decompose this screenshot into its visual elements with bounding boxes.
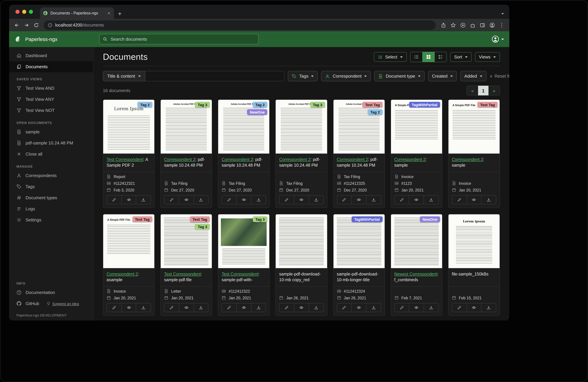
edit-button[interactable] bbox=[452, 303, 467, 312]
download-button[interactable] bbox=[481, 195, 496, 204]
download-button[interactable] bbox=[193, 303, 209, 312]
edit-button[interactable] bbox=[337, 303, 352, 312]
download-button[interactable] bbox=[481, 303, 496, 312]
correspondent-link[interactable]: Newest Correspondent bbox=[394, 272, 437, 277]
tag-badge[interactable]: Test Tag bbox=[362, 102, 382, 107]
tag-badge[interactable]: Tag 2 bbox=[368, 109, 383, 115]
correspondent-link[interactable]: Correspondent 2 bbox=[222, 157, 253, 162]
view-button[interactable] bbox=[409, 195, 424, 204]
detail-view-button[interactable] bbox=[434, 52, 447, 62]
view-button[interactable] bbox=[121, 195, 136, 204]
document-thumbnail[interactable]: Adobe Acrobat PDF Files Test TagTag 2 bbox=[333, 100, 384, 154]
download-button[interactable] bbox=[251, 195, 266, 204]
view-button[interactable] bbox=[352, 195, 366, 204]
grid-view-button[interactable] bbox=[422, 52, 435, 62]
views-button[interactable]: Views bbox=[475, 52, 500, 62]
maximize-window-button[interactable] bbox=[29, 10, 33, 14]
document-thumbnail[interactable]: A Simple PDF File Test Tag bbox=[448, 100, 500, 154]
filter-search-input[interactable] bbox=[145, 71, 284, 81]
share-button[interactable] bbox=[439, 20, 448, 30]
document-thumbnail[interactable]: Lorem Ipsum Tag 2 bbox=[103, 100, 154, 154]
download-button[interactable] bbox=[136, 303, 151, 312]
current-page-button[interactable]: 1 bbox=[478, 86, 488, 95]
address-bar[interactable]: localhost:4200/documents bbox=[44, 20, 436, 30]
view-button[interactable] bbox=[294, 303, 309, 312]
previous-page-button[interactable]: « bbox=[467, 86, 478, 95]
sidebar-item-close-all[interactable]: Close all bbox=[9, 148, 93, 160]
download-button[interactable] bbox=[136, 195, 151, 204]
download-button[interactable] bbox=[309, 303, 324, 312]
correspondent-link[interactable]: Correspondent 2 bbox=[452, 157, 483, 162]
extension-badge-button[interactable] bbox=[458, 20, 467, 30]
edit-button[interactable] bbox=[222, 195, 237, 204]
correspondent-link[interactable]: Correspondent 2 bbox=[394, 157, 425, 162]
download-button[interactable] bbox=[193, 195, 209, 204]
tag-badge[interactable]: Tag 3 bbox=[310, 102, 325, 107]
download-button[interactable] bbox=[251, 303, 266, 312]
download-button[interactable] bbox=[424, 303, 439, 312]
select-button[interactable]: Select bbox=[374, 52, 407, 62]
document-thumbnail[interactable]: Test TagTag 3 bbox=[161, 214, 212, 268]
minimize-window-button[interactable] bbox=[22, 10, 26, 14]
extensions-button[interactable] bbox=[468, 20, 477, 30]
view-button[interactable] bbox=[236, 195, 251, 204]
next-page-button[interactable]: » bbox=[488, 86, 500, 95]
filter-field-button[interactable]: Title & content bbox=[103, 71, 145, 81]
app-brand[interactable]: Paperless-ngx bbox=[15, 36, 99, 43]
filter-button-added[interactable]: Added bbox=[460, 71, 486, 81]
sidebar-item-sample[interactable]: sample bbox=[9, 126, 93, 137]
download-button[interactable] bbox=[366, 303, 381, 312]
filter-button-tags[interactable]: Tags bbox=[288, 71, 318, 81]
document-thumbnail[interactable]: A Simple PDF File TagWithPartial bbox=[391, 100, 442, 154]
correspondent-link[interactable]: Test Correspondent bbox=[222, 272, 258, 277]
view-button[interactable] bbox=[294, 195, 309, 204]
filter-button-correspondent[interactable]: Correspondent bbox=[321, 71, 371, 81]
tag-badge[interactable]: Tag 3 bbox=[253, 216, 267, 222]
download-button[interactable] bbox=[309, 195, 324, 204]
tag-badge[interactable]: NewOne bbox=[247, 109, 267, 115]
document-thumbnail[interactable] bbox=[276, 214, 327, 268]
view-button[interactable] bbox=[121, 303, 136, 312]
sidebar-item-pdf-sample-10-24-48-pm[interactable]: pdf-sample 10.24.48 PM bbox=[9, 137, 93, 148]
tag-badge[interactable]: TagWithPartial bbox=[409, 102, 440, 107]
document-thumbnail[interactable]: Adobe Acrobat PDF Files Tag 3 bbox=[276, 100, 327, 154]
bookmark-button[interactable] bbox=[448, 20, 458, 30]
tag-badge[interactable]: NewOne bbox=[420, 216, 440, 222]
tag-badge[interactable]: Tag 3 bbox=[195, 224, 210, 229]
edit-button[interactable] bbox=[394, 303, 409, 312]
list-view-button[interactable] bbox=[410, 52, 422, 62]
sidebar-item-correspondents[interactable]: Correspondents bbox=[9, 170, 93, 181]
reload-button[interactable] bbox=[32, 20, 41, 30]
view-button[interactable] bbox=[236, 303, 251, 312]
sidebar-item-logs[interactable]: Logs bbox=[9, 203, 93, 214]
tag-badge[interactable]: TagWithPartial bbox=[352, 216, 382, 222]
user-menu[interactable] bbox=[491, 35, 504, 43]
edit-button[interactable] bbox=[394, 195, 409, 204]
tag-badge[interactable]: Tag 3 bbox=[195, 102, 210, 107]
view-button[interactable] bbox=[352, 303, 366, 312]
tab-search-chevron-icon[interactable] bbox=[501, 13, 504, 15]
document-thumbnail[interactable]: Adobe Acrobat PDF Files Tag 3 bbox=[161, 100, 212, 154]
sidebar-item-settings[interactable]: Settings bbox=[9, 214, 93, 225]
edit-button[interactable] bbox=[106, 303, 122, 312]
correspondent-link[interactable]: Correspondent 2 bbox=[106, 272, 138, 277]
view-button[interactable] bbox=[466, 195, 482, 204]
correspondent-link[interactable]: Correspondent 2 bbox=[164, 157, 195, 162]
new-tab-button[interactable]: + bbox=[118, 11, 122, 17]
sidebar-item-test-view-and[interactable]: Test View AND bbox=[9, 83, 93, 94]
browser-tab[interactable]: Documents - Paperless-ngx × bbox=[40, 7, 114, 19]
edit-button[interactable] bbox=[279, 195, 294, 204]
document-thumbnail[interactable]: NewOne bbox=[391, 214, 442, 268]
sidebar-item-test-view-any[interactable]: Test View ANY bbox=[9, 94, 93, 105]
sort-button[interactable]: Sort bbox=[450, 52, 471, 62]
tag-badge[interactable]: Tag 2 bbox=[138, 102, 152, 107]
filter-button-created[interactable]: Created bbox=[428, 71, 457, 81]
correspondent-link[interactable]: Correspondent 2 bbox=[337, 157, 368, 162]
global-search[interactable] bbox=[99, 34, 258, 44]
view-button[interactable] bbox=[179, 303, 194, 312]
download-button[interactable] bbox=[366, 195, 381, 204]
document-thumbnail[interactable]: A Simple PDF File Test Tag bbox=[103, 214, 154, 268]
sidebar-item-test-view-not[interactable]: Test View NOT bbox=[9, 105, 93, 116]
download-button[interactable] bbox=[424, 195, 439, 204]
forward-button[interactable] bbox=[22, 20, 31, 30]
